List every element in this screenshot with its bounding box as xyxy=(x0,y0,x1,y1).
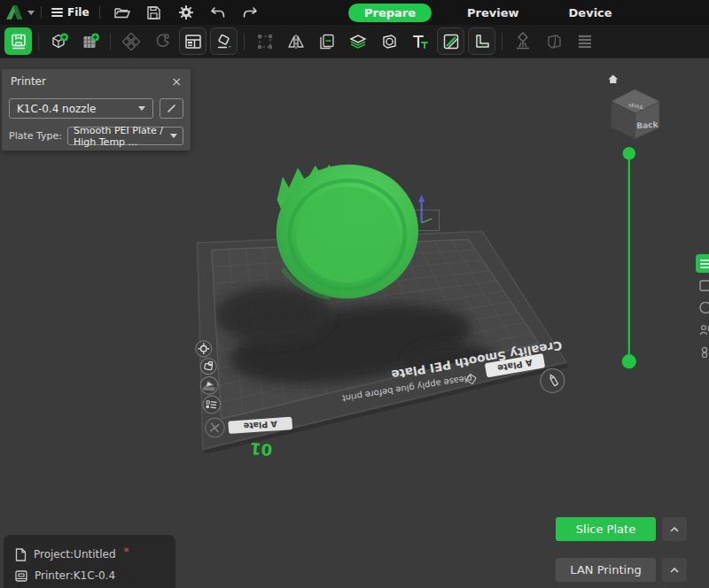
more-panel-button[interactable] xyxy=(696,343,709,361)
logo-dropdown-chevron-icon xyxy=(27,11,35,15)
double-circle-icon xyxy=(699,346,709,359)
mirror-button[interactable] xyxy=(282,27,309,55)
settings-button[interactable] xyxy=(175,2,198,23)
plate-settings-button[interactable] xyxy=(196,341,212,357)
eraser-icon xyxy=(215,33,233,50)
support-button[interactable] xyxy=(509,27,536,55)
transform-button[interactable] xyxy=(251,27,278,55)
eraser-button[interactable] xyxy=(210,27,238,55)
gear-icon xyxy=(179,5,193,19)
add-plate-button[interactable] xyxy=(76,27,104,55)
undo-button[interactable] xyxy=(206,2,230,23)
paint-pen-icon xyxy=(442,33,460,50)
printer-settings-button[interactable] xyxy=(4,27,32,55)
split-window-button[interactable] xyxy=(179,27,206,55)
tab-preview[interactable]: Preview xyxy=(453,4,534,22)
save-button[interactable] xyxy=(143,2,166,23)
profile-button[interactable] xyxy=(696,321,709,339)
creality-print-window: File xyxy=(0,0,709,588)
measure-button[interactable] xyxy=(468,27,495,55)
pencil-icon xyxy=(167,104,176,113)
hamburger-icon xyxy=(51,6,63,19)
clone-button[interactable] xyxy=(148,27,175,55)
file-menu-label: File xyxy=(67,6,90,19)
add-model-cube-icon xyxy=(50,32,69,51)
divider xyxy=(38,33,39,50)
text-tool-button[interactable] xyxy=(406,27,433,55)
project-name-label: Project:Untitled xyxy=(34,548,116,561)
object-list-button[interactable] xyxy=(571,27,598,55)
plate-lock-button[interactable] xyxy=(200,359,216,375)
layers-cube-icon xyxy=(348,32,368,51)
top-menu-bar: File xyxy=(0,0,709,25)
layer-slider[interactable] xyxy=(622,147,636,368)
project-row: Project:Untitled * xyxy=(15,544,175,565)
save-floppy-icon xyxy=(147,6,160,19)
parameter-panel-button[interactable] xyxy=(696,254,709,273)
action-buttons: Slice Plate LAN Printing xyxy=(556,500,687,582)
3d-viewport[interactable]: Creality Smooth PEI Plate A Plate please… xyxy=(0,58,709,588)
close-icon[interactable]: × xyxy=(171,76,182,87)
slider-top-handle[interactable] xyxy=(623,147,635,159)
add-plate-icon xyxy=(81,32,100,51)
divider xyxy=(502,33,503,50)
modified-marker: * xyxy=(124,545,129,558)
auto-arrange-button[interactable]: AUTO xyxy=(200,376,218,394)
person-icon xyxy=(699,324,709,336)
folder-icon xyxy=(114,6,130,19)
printer-name-label: Printer:K1C-0.4 xyxy=(35,569,115,582)
tab-prepare[interactable]: Prepare xyxy=(348,4,432,22)
list-lines-icon xyxy=(576,33,594,50)
creality-logo-icon xyxy=(4,4,24,21)
open-folder-button[interactable] xyxy=(111,2,134,23)
divider xyxy=(41,6,42,19)
redo-arrow-icon xyxy=(242,6,258,19)
ruler-L-icon xyxy=(473,33,491,50)
copy-button[interactable] xyxy=(313,27,340,55)
copy-pages-icon xyxy=(318,33,336,50)
seam-button[interactable] xyxy=(540,27,567,55)
main-toolbar xyxy=(0,25,709,58)
printer-panel: Printer × K1C-0.4 nozzle Plate Type: Smo… xyxy=(2,69,191,151)
document-icon xyxy=(15,548,27,561)
split-layout-icon xyxy=(184,33,202,50)
edit-plate-button[interactable] xyxy=(541,368,565,392)
arrange-button[interactable] xyxy=(117,27,144,55)
app-logo[interactable] xyxy=(4,0,35,25)
panel-square-icon xyxy=(699,280,709,291)
model-info-button[interactable] xyxy=(696,276,709,295)
arrange-icon xyxy=(122,33,140,50)
lan-printing-button[interactable]: LAN Printing xyxy=(556,558,656,582)
snapshot-button[interactable] xyxy=(375,27,402,55)
nozzle-select[interactable]: K1C-0.4 nozzle xyxy=(9,98,153,119)
history-button[interactable] xyxy=(696,298,709,317)
home-view-button[interactable] xyxy=(608,74,618,82)
tab-device[interactable]: Device xyxy=(555,4,627,22)
undo-arrow-icon xyxy=(210,6,226,19)
nav-cube-back-label: Back xyxy=(636,120,659,130)
chevron-up-icon xyxy=(670,527,679,532)
slider-bottom-handle[interactable] xyxy=(622,354,636,368)
plate-list-button[interactable] xyxy=(203,396,221,414)
nav-cube[interactable]: Top Back xyxy=(611,89,659,139)
snapshot-cube-icon xyxy=(380,33,398,50)
slice-layers-button[interactable] xyxy=(344,27,371,55)
redo-button[interactable] xyxy=(238,2,261,23)
lan-options-button[interactable] xyxy=(662,558,687,582)
divider xyxy=(99,6,100,19)
file-menu-button[interactable]: File xyxy=(48,0,93,25)
nozzle-select-value: K1C-0.4 nozzle xyxy=(17,103,96,115)
seam-cube-icon xyxy=(545,33,563,50)
paint-tool-button[interactable] xyxy=(437,27,464,55)
add-model-button[interactable] xyxy=(45,27,73,55)
plate-type-select[interactable]: Smooth PEI Plate / High Temp ... xyxy=(67,127,183,145)
plate-number-label: 01 xyxy=(249,439,273,460)
slice-plate-button[interactable]: Slice Plate xyxy=(556,517,656,541)
printer-icon xyxy=(10,33,27,50)
text-T-icon xyxy=(411,33,429,50)
edit-printer-button[interactable] xyxy=(160,98,183,119)
chevron-down-icon xyxy=(170,134,177,138)
clock-arc-icon xyxy=(699,302,709,313)
printer-panel-title: Printer xyxy=(11,75,46,88)
slice-options-button[interactable] xyxy=(662,517,687,541)
